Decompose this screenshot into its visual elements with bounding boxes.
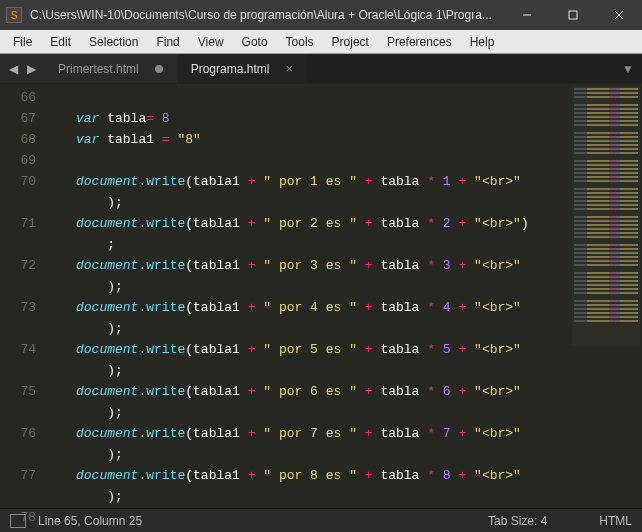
menu-preferences[interactable]: Preferences (378, 32, 461, 52)
line-number: 69 (4, 150, 36, 171)
line-number: 72 (4, 255, 36, 276)
line-number: 71 (4, 213, 36, 234)
maximize-button[interactable] (550, 0, 596, 30)
code-line: ; (76, 234, 642, 255)
minimize-button[interactable] (504, 0, 550, 30)
line-number: 74 (4, 339, 36, 360)
line-number (4, 360, 36, 381)
code-line: ); (76, 402, 642, 423)
line-number (4, 234, 36, 255)
code-line (76, 87, 642, 108)
menu-view[interactable]: View (189, 32, 233, 52)
line-number (4, 318, 36, 339)
line-number: 67 (4, 108, 36, 129)
title-bar: S C:\Users\WIN-10\Documents\Curso de pro… (0, 0, 642, 30)
menu-selection[interactable]: Selection (80, 32, 147, 52)
menu-edit[interactable]: Edit (41, 32, 80, 52)
code-line: var tabla1 = "8" (76, 129, 642, 150)
status-language[interactable]: HTML (599, 514, 632, 528)
line-number (4, 402, 36, 423)
code-line: document.write(tabla1 + " por 9 es " + t… (76, 507, 642, 508)
line-number: 76 (4, 423, 36, 444)
tab-overflow-icon[interactable]: ▼ (614, 54, 642, 83)
code-area[interactable]: var tabla= 8var tabla1 = "8"document.wri… (48, 84, 642, 508)
line-number: 77 (4, 465, 36, 486)
line-number: 66 (4, 87, 36, 108)
tab-history-back-icon[interactable]: ◀ (4, 58, 22, 80)
app-icon: S (6, 7, 22, 23)
code-line: document.write(tabla1 + " por 5 es " + t… (76, 339, 642, 360)
tab-programa[interactable]: Programa.html × (177, 54, 307, 83)
menu-bar: File Edit Selection Find View Goto Tools… (0, 30, 642, 54)
code-line: ); (76, 318, 642, 339)
code-line: document.write(tabla1 + " por 7 es " + t… (76, 423, 642, 444)
line-number: 75 (4, 381, 36, 402)
code-line: document.write(tabla1 + " por 4 es " + t… (76, 297, 642, 318)
menu-find[interactable]: Find (147, 32, 188, 52)
line-number (4, 276, 36, 297)
window-title: C:\Users\WIN-10\Documents\Curso de progr… (30, 8, 504, 22)
editor[interactable]: 6667686970717273747576777879 var tabla= … (0, 84, 642, 508)
status-tab-size[interactable]: Tab Size: 4 (488, 514, 547, 528)
code-line: ); (76, 360, 642, 381)
close-button[interactable] (596, 0, 642, 30)
code-line: ); (76, 276, 642, 297)
minimap[interactable] (572, 86, 640, 346)
status-bar: Line 65, Column 25 Tab Size: 4 HTML (0, 508, 642, 532)
line-number: 78 (4, 507, 36, 528)
menu-tools[interactable]: Tools (277, 32, 323, 52)
code-line: document.write(tabla1 + " por 6 es " + t… (76, 381, 642, 402)
code-line: ); (76, 192, 642, 213)
tab-history-forward-icon[interactable]: ▶ (22, 58, 40, 80)
tab-close-icon[interactable]: × (285, 61, 293, 76)
code-line: var tabla= 8 (76, 108, 642, 129)
code-line: document.write(tabla1 + " por 3 es " + t… (76, 255, 642, 276)
line-number (4, 192, 36, 213)
menu-help[interactable]: Help (461, 32, 504, 52)
code-line: ); (76, 444, 642, 465)
code-line: document.write(tabla1 + " por 1 es " + t… (76, 171, 642, 192)
line-number (4, 486, 36, 507)
line-number: 70 (4, 171, 36, 192)
line-number (4, 528, 36, 532)
tab-bar: ◀ ▶ Primertest.html Programa.html × ▼ (0, 54, 642, 84)
status-cursor-position[interactable]: Line 65, Column 25 (38, 514, 142, 528)
line-number (4, 444, 36, 465)
line-number-gutter: 6667686970717273747576777879 (0, 84, 48, 508)
code-line (76, 150, 642, 171)
menu-goto[interactable]: Goto (233, 32, 277, 52)
tab-primertest[interactable]: Primertest.html (44, 54, 177, 83)
code-line: ); (76, 486, 642, 507)
line-number: 73 (4, 297, 36, 318)
line-number: 68 (4, 129, 36, 150)
svg-rect-1 (569, 11, 577, 19)
tab-label: Programa.html (191, 62, 270, 76)
dirty-indicator-icon (155, 65, 163, 73)
code-line: document.write(tabla1 + " por 2 es " + t… (76, 213, 642, 234)
tab-label: Primertest.html (58, 62, 139, 76)
menu-file[interactable]: File (4, 32, 41, 52)
menu-project[interactable]: Project (323, 32, 378, 52)
code-line: document.write(tabla1 + " por 8 es " + t… (76, 465, 642, 486)
